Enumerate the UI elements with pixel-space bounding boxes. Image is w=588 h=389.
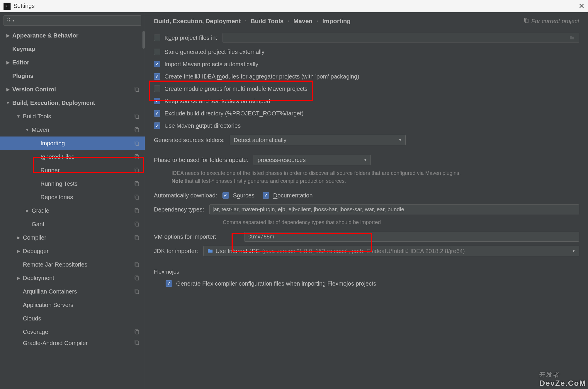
tree-item-build-tools[interactable]: Build Tools xyxy=(0,110,145,123)
exclude-build-checkbox[interactable] xyxy=(154,110,160,117)
arrow-right-icon[interactable] xyxy=(16,235,21,240)
tree-item-repositories[interactable]: Repositories xyxy=(0,190,145,204)
tree-item-gradle-android-compiler[interactable]: Gradle-Android Compiler xyxy=(0,339,145,347)
copy-icon xyxy=(134,262,140,267)
keep-source-label: Keep source and test folders on reimport xyxy=(164,98,270,105)
crumb-3: Importing xyxy=(322,18,351,25)
close-icon[interactable]: ✕ xyxy=(579,2,584,10)
tree-item-maven[interactable]: Maven xyxy=(0,123,145,137)
jdk-dropdown[interactable]: Use Internal JRE (java version "1.8.0_15… xyxy=(203,246,579,256)
create-modules-checkbox[interactable] xyxy=(154,73,160,80)
tree-item-label: Gant xyxy=(32,221,134,228)
tree-item-arquillian-containers[interactable]: Arquillian Containers xyxy=(0,285,145,298)
documentation-checkbox[interactable] xyxy=(263,192,269,199)
search-icon xyxy=(6,17,11,24)
tree-item-remote-jar-repositories[interactable]: Remote Jar Repositories xyxy=(0,258,145,271)
arrow-right-icon[interactable] xyxy=(25,208,30,213)
tree-item-ignored-files[interactable]: Ignored Files xyxy=(0,150,145,163)
tree-item-application-servers[interactable]: Application Servers xyxy=(0,298,145,312)
tree-item-label: Runner xyxy=(40,167,134,174)
tree-item-runner[interactable]: Runner xyxy=(0,163,145,177)
tree-item-label: Repositories xyxy=(40,194,134,201)
arrow-down-icon[interactable] xyxy=(16,114,21,119)
copy-icon xyxy=(134,208,140,213)
tree-item-deployment[interactable]: Deployment xyxy=(0,271,145,285)
arrow-down-icon[interactable] xyxy=(5,100,11,105)
auto-download-label: Automatically download: xyxy=(154,192,217,199)
tree-item-importing[interactable]: Importing xyxy=(0,137,145,150)
tree-item-debugger[interactable]: Debugger xyxy=(0,244,145,258)
tree-item-clouds[interactable]: Clouds xyxy=(0,312,145,325)
phase-label: Phase to be used for folders update: xyxy=(154,157,248,163)
tree-item-appearance-behavior[interactable]: Appearance & Behavior xyxy=(0,29,145,42)
tree-item-build-execution-deployment[interactable]: Build, Execution, Deployment xyxy=(0,96,145,110)
copy-icon xyxy=(524,18,529,25)
crumb-0[interactable]: Build, Execution, Deployment xyxy=(154,18,241,25)
copy-icon xyxy=(134,235,140,240)
documentation-label: Documentation xyxy=(273,192,313,199)
dep-types-hint: Comma separated list of dependency types… xyxy=(223,219,579,226)
tree-item-keymap[interactable]: Keymap xyxy=(0,42,145,56)
tree-item-editor[interactable]: Editor xyxy=(0,56,145,69)
watermark: 开发者 DevZe.CoM xyxy=(539,371,586,388)
generated-sources-dropdown[interactable]: Detect automatically ▼ xyxy=(230,135,406,145)
tree-item-label: Ignored Files xyxy=(40,153,134,160)
tree-item-gant[interactable]: Gant xyxy=(0,217,145,231)
chevron-down-icon: ▼ xyxy=(572,249,575,253)
copy-icon xyxy=(134,154,140,159)
vm-options-input[interactable] xyxy=(244,232,579,242)
create-groups-checkbox[interactable] xyxy=(154,86,160,92)
project-scope-label: For current project xyxy=(524,18,579,25)
import-auto-checkbox[interactable] xyxy=(154,61,160,67)
use-output-checkbox[interactable] xyxy=(154,122,160,129)
keep-project-files-label: Keep project files in: xyxy=(164,35,217,41)
arrow-down-icon[interactable] xyxy=(25,127,30,132)
tree-item-label: Application Servers xyxy=(23,302,140,308)
arrow-right-icon[interactable] xyxy=(5,87,11,92)
tree-item-running-tests[interactable]: Running Tests xyxy=(0,177,145,190)
arrow-right-icon[interactable] xyxy=(5,33,11,38)
keep-project-files-checkbox[interactable] xyxy=(154,35,160,41)
keep-source-checkbox[interactable] xyxy=(154,98,160,104)
tree-scrollbar[interactable] xyxy=(142,31,145,49)
crumb-1[interactable]: Build Tools xyxy=(251,18,284,25)
copy-icon xyxy=(134,141,140,146)
tree-item-label: Build Tools xyxy=(23,113,134,120)
tree-item-label: Keymap xyxy=(12,46,140,52)
settings-search-input[interactable]: ▾ xyxy=(4,15,141,26)
dep-types-input[interactable] xyxy=(209,204,579,214)
chevron-down-icon: ▼ xyxy=(364,158,367,162)
chevron-down-icon: ▼ xyxy=(398,138,402,142)
tree-item-label: Gradle xyxy=(32,207,134,214)
tree-item-version-control[interactable]: Version Control xyxy=(0,83,145,96)
arrow-right-icon[interactable] xyxy=(5,60,11,65)
copy-icon xyxy=(134,194,140,200)
phase-dropdown[interactable]: process-resources ▼ xyxy=(254,155,371,165)
crumb-2[interactable]: Maven xyxy=(293,18,312,25)
keep-project-files-path[interactable] xyxy=(222,33,579,43)
arrow-right-icon[interactable] xyxy=(16,249,21,253)
browse-folder-icon[interactable] xyxy=(568,35,576,41)
arrow-right-icon[interactable] xyxy=(16,276,21,280)
tree-item-label: Deployment xyxy=(23,275,134,281)
use-output-label: Use Maven output directories xyxy=(164,122,241,129)
generated-sources-label: Generated sources folders: xyxy=(154,137,225,144)
tree-item-gradle[interactable]: Gradle xyxy=(0,204,145,217)
tree-item-label: Gradle-Android Compiler xyxy=(23,340,134,347)
settings-panel: Build, Execution, Deployment › Build Too… xyxy=(145,12,588,389)
sources-checkbox[interactable] xyxy=(222,192,229,199)
tree-item-compiler[interactable]: Compiler xyxy=(0,231,145,244)
tree-item-coverage[interactable]: Coverage xyxy=(0,325,145,339)
store-externally-checkbox[interactable] xyxy=(154,49,160,55)
tree-item-label: Arquillian Containers xyxy=(23,288,134,295)
breadcrumb: Build, Execution, Deployment › Build Too… xyxy=(154,18,579,25)
tree-item-label: Version Control xyxy=(12,86,134,93)
search-field[interactable] xyxy=(16,18,139,24)
flexmojos-checkbox[interactable] xyxy=(166,280,172,287)
tree-item-label: Importing xyxy=(40,140,134,147)
search-history-icon[interactable]: ▾ xyxy=(13,19,14,22)
tree-item-plugins[interactable]: Plugins xyxy=(0,69,145,83)
copy-icon xyxy=(134,114,140,119)
copy-icon xyxy=(134,127,140,132)
copy-icon xyxy=(134,340,140,345)
